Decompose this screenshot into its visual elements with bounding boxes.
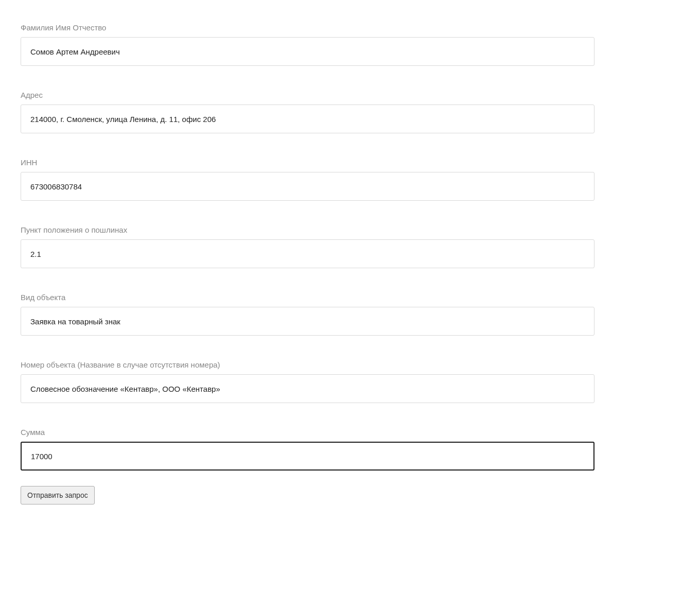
group-inn: ИНН: [21, 158, 679, 201]
group-full-name: Фамилия Имя Отчество: [21, 23, 679, 66]
label-object-number: Номер объекта (Название в случае отсутст…: [21, 360, 679, 369]
group-object-type: Вид объекта: [21, 293, 679, 336]
group-fee-regulation-item: Пункт положения о пошлинах: [21, 225, 679, 268]
label-address: Адрес: [21, 91, 679, 99]
group-object-number: Номер объекта (Название в случае отсутст…: [21, 360, 679, 403]
input-inn[interactable]: [21, 172, 594, 201]
input-address[interactable]: [21, 105, 594, 133]
label-object-type: Вид объекта: [21, 293, 679, 302]
label-fee-regulation-item: Пункт положения о пошлинах: [21, 225, 679, 234]
input-object-number[interactable]: [21, 374, 594, 403]
input-fee-regulation-item[interactable]: [21, 239, 594, 268]
label-inn: ИНН: [21, 158, 679, 167]
input-object-type[interactable]: [21, 307, 594, 336]
input-sum[interactable]: [21, 442, 594, 471]
group-address: Адрес: [21, 91, 679, 133]
label-sum: Сумма: [21, 428, 679, 437]
group-sum: Сумма: [21, 428, 679, 471]
submit-button[interactable]: Отправить запрос: [21, 486, 95, 504]
label-full-name: Фамилия Имя Отчество: [21, 23, 679, 32]
input-full-name[interactable]: [21, 37, 594, 66]
